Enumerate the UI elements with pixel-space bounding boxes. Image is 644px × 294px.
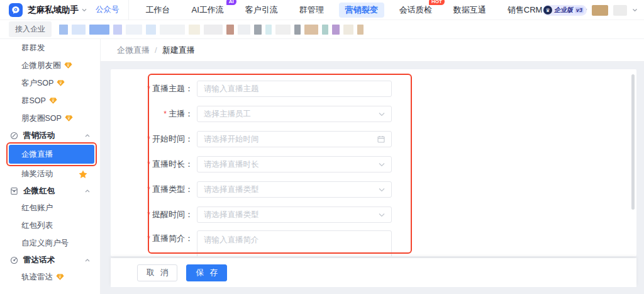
chevron-down-icon <box>379 162 385 167</box>
brand-name: 芝麻私域助手 <box>28 4 79 16</box>
sidebar-item-red-packet-account[interactable]: 红包账户 <box>0 199 100 217</box>
sidebar-item-wecom-live[interactable]: 企微直播 <box>9 145 94 164</box>
sidebar-section-radar-scripts[interactable]: 雷达话术 <box>0 252 100 268</box>
anchor-select[interactable]: 选择主播员工 <box>197 106 392 122</box>
field-label: 直播时长： <box>111 156 193 172</box>
gem-icon: V <box>65 115 73 122</box>
field-label: 直播类型： <box>111 181 193 198</box>
svg-text:V: V <box>52 99 55 103</box>
chevron-up-icon <box>85 134 90 137</box>
form-row-start-time: 开始时间： 请选择开始时间 <box>111 131 392 147</box>
chevron-up-icon <box>85 189 90 193</box>
red-packet-icon <box>10 187 18 195</box>
sidebar-item-group-mass-send[interactable]: 群群发 <box>0 39 100 57</box>
sidebar-selected-wrap: 企微直播 <box>0 144 100 165</box>
gem-icon: V <box>57 79 65 87</box>
field-label: 直播主题： <box>111 81 193 97</box>
nav-tab-ai-workflow[interactable]: AI工作流AI <box>186 3 230 18</box>
nav-tab-data-interconnect[interactable]: 数据互通 <box>447 3 492 18</box>
vertical-scrollbar[interactable] <box>631 74 635 210</box>
nav-tabs: 工作台 AI工作流AI 客户引流 群管理 营销裂变 会话质检HOT 数据互通 销… <box>135 0 599 20</box>
plan-version-badge: v3 <box>575 7 584 13</box>
sidebar-item-moments-sop[interactable]: 朋友圈SOPV <box>0 110 100 127</box>
remind-time-select[interactable]: 请选择直播类型 <box>197 206 392 223</box>
sidebar: 群群发 企微朋友圈V 客户SOPV 群SOPV 朋友圈SOPV 营销活动 企微直… <box>0 39 101 294</box>
sidebar-item-custom-merchant-id[interactable]: 自定义商户号 <box>0 234 100 252</box>
svg-text:V: V <box>60 81 62 85</box>
sidebar-item-wecom-moments[interactable]: 企微朋友圈V <box>0 57 100 74</box>
form-footer: 取 消 保 存 <box>111 258 636 287</box>
field-label: 提醒时间： <box>111 206 193 223</box>
nav-tab-customer-acquisition[interactable]: 客户引流 <box>239 3 284 18</box>
navbar-divider <box>128 0 129 20</box>
ai-badge: AI <box>226 0 236 5</box>
gem-icon: V <box>56 273 64 281</box>
calendar-icon <box>377 135 385 143</box>
form-row-remind-time: 提醒时间： 请选择直播类型 <box>111 206 392 223</box>
svg-text:V: V <box>67 64 69 67</box>
breadcrumb-current: 新建直播 <box>162 45 195 56</box>
start-time-picker[interactable]: 请选择开始时间 <box>197 131 392 147</box>
breadcrumb: 企微直播 / 新建直播 <box>101 39 644 62</box>
svg-text:V: V <box>68 116 70 120</box>
form-row-live-intro: 直播简介： <box>111 230 392 256</box>
sidebar-section-marketing-activities[interactable]: 营销活动 <box>0 127 100 144</box>
plan-badge: ♛ 企业版 v3 <box>543 5 587 16</box>
sidebar-section-wecom-red-packet[interactable]: 企微红包 <box>0 183 100 199</box>
nav-tab-marketing-fission[interactable]: 营销裂变 <box>339 3 384 18</box>
form-row-anchor: 主播： 选择主播员工 <box>111 106 392 122</box>
form-row-live-topic: 直播主题： <box>111 81 392 97</box>
form-row-duration: 直播时长： 请选择直播时长 <box>111 156 392 172</box>
field-label: 直播简介： <box>111 230 193 247</box>
gem-icon: V <box>64 62 72 69</box>
chevron-down-icon <box>379 112 385 116</box>
company-tabs-redacted <box>59 25 364 35</box>
radar-icon <box>10 256 18 264</box>
navbar-right: ♛ 企业版 v3 <box>543 0 638 20</box>
account-switch-link[interactable]: 公众号 <box>96 4 119 15</box>
chevron-up-icon <box>85 259 90 262</box>
company-toolbar: 接入企业 <box>0 20 644 39</box>
join-enterprise-button[interactable]: 接入企业 <box>9 21 52 37</box>
star-icon <box>79 170 87 178</box>
app-logo-icon <box>9 3 23 17</box>
hot-badge: HOT <box>429 0 445 5</box>
sidebar-item-trajectory-radar[interactable]: 轨迹雷达V <box>0 268 100 286</box>
nav-tab-sales-crm[interactable]: 销售CRM <box>501 3 549 18</box>
user-chevron-down-icon[interactable] <box>632 8 638 12</box>
cancel-button[interactable]: 取 消 <box>137 264 177 281</box>
sidebar-item-lottery-activity[interactable]: 抽奖活动 <box>0 165 100 183</box>
live-intro-textarea[interactable] <box>197 230 392 256</box>
gem-icon: V <box>49 97 57 105</box>
duration-select[interactable]: 请选择直播时长 <box>197 156 392 172</box>
save-button[interactable]: 保 存 <box>186 264 226 281</box>
nav-tab-group-management[interactable]: 群管理 <box>293 3 330 18</box>
nav-tab-chat-inspection[interactable]: 会话质检HOT <box>393 3 438 18</box>
nav-tab-workbench[interactable]: 工作台 <box>140 3 177 18</box>
live-topic-input[interactable] <box>197 81 392 97</box>
svg-text:V: V <box>59 275 62 279</box>
sidebar-item-red-packet-list[interactable]: 红包列表 <box>0 217 100 234</box>
chevron-down-icon <box>379 213 385 217</box>
main-content: 企微直播 / 新建直播 直播主题： 主播： 选择主播员工 开始时间： 请选择开始… <box>101 39 644 294</box>
field-label: 主播： <box>111 106 193 122</box>
username-redacted <box>613 5 627 16</box>
new-live-form-card: 直播主题： 主播： 选择主播员工 开始时间： 请选择开始时间 直播时长： 请选择… <box>111 69 636 256</box>
form-row-live-type: 直播类型： 请选择直播类型 <box>111 181 392 198</box>
sidebar-item-group-sop[interactable]: 群SOPV <box>0 92 100 110</box>
field-label: 开始时间： <box>111 131 193 147</box>
live-type-select[interactable]: 请选择直播类型 <box>197 181 392 198</box>
marketing-activity-icon <box>10 132 18 140</box>
brand-chevron-down-icon[interactable] <box>82 8 87 12</box>
crown-icon: ♛ <box>543 6 552 14</box>
top-navbar: 芝麻私域助手 公众号 工作台 AI工作流AI 客户引流 群管理 营销裂变 会话质… <box>0 0 644 20</box>
breadcrumb-parent[interactable]: 企微直播 <box>117 45 150 56</box>
chevron-down-icon <box>379 188 385 192</box>
sidebar-item-customer-sop[interactable]: 客户SOPV <box>0 74 100 92</box>
breadcrumb-separator: / <box>155 45 157 55</box>
avatar[interactable] <box>592 5 608 16</box>
